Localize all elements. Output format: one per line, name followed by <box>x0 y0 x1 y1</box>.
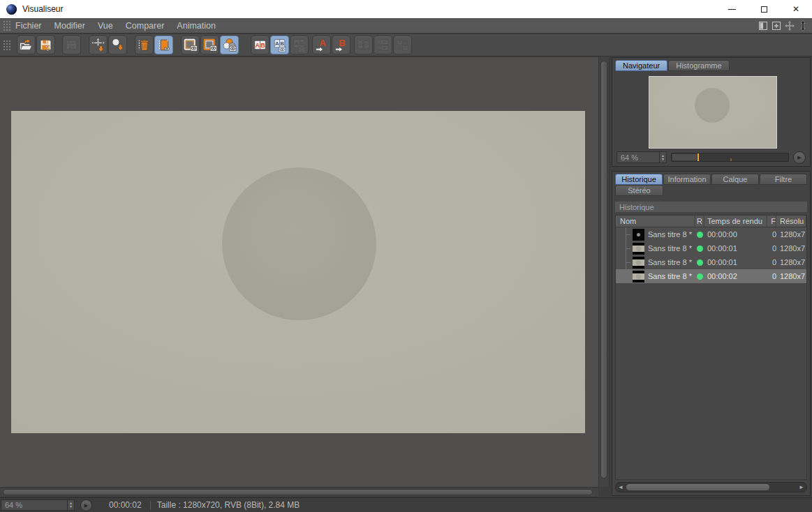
column-header-r[interactable]: R <box>695 216 704 227</box>
history-row[interactable]: Sans titre 8 * 00:00:01 0 1280x7 <box>616 255 806 269</box>
show-image-frame-a-button[interactable] <box>181 36 200 54</box>
menu-modifier[interactable]: Modifier <box>54 21 85 31</box>
ab-eye-disabled-icon: A B <box>292 38 307 52</box>
tab-information[interactable]: Information <box>663 174 711 185</box>
compare-swap-button[interactable]: A B <box>393 36 412 54</box>
render-time: 00:00:01 <box>704 255 767 269</box>
status-zoom-stepper[interactable]: ▴ ▾ <box>67 499 75 511</box>
svg-text:A: A <box>398 39 401 44</box>
tree-branch <box>626 227 631 241</box>
image-viewport[interactable] <box>0 57 598 487</box>
status-divider <box>150 501 151 510</box>
navigator-zoom-slider[interactable] <box>671 153 789 162</box>
column-header-temps[interactable]: Temps de rendu <box>704 216 767 227</box>
menu-comparer[interactable]: Comparer <box>126 21 165 31</box>
toolbar-grip-icon[interactable] <box>3 40 11 51</box>
svg-text:D: D <box>364 41 368 47</box>
svg-text:A: A <box>378 40 382 45</box>
tab-stereo[interactable]: Stéréo <box>615 185 663 196</box>
notebook-icon <box>156 38 171 52</box>
history-scroll-thumb[interactable] <box>626 483 770 491</box>
close-button[interactable]: ✕ <box>780 0 812 18</box>
status-zoom-input[interactable]: 64 % <box>1 499 68 511</box>
delete-image-button[interactable] <box>135 36 154 54</box>
ab-box-icon: A B <box>253 38 267 52</box>
set-b-icon: B <box>334 38 348 52</box>
tree-branch <box>626 255 631 269</box>
new-panel-icon[interactable] <box>771 20 782 31</box>
resize-panel-icon[interactable] <box>797 20 809 31</box>
stacked-icon: A B <box>376 38 390 52</box>
svg-text:B: B <box>378 45 382 50</box>
app-icon <box>6 4 17 15</box>
open-folder-icon <box>19 38 34 52</box>
menu-animation[interactable]: Animation <box>177 21 216 31</box>
svg-text:A: A <box>295 40 299 47</box>
viewport-vertical-scrollbar[interactable] <box>598 57 610 487</box>
viewport-horizontal-scrollbar[interactable] <box>0 487 598 497</box>
close-icon: ✕ <box>792 5 799 13</box>
set-as-a-button[interactable]: A <box>312 36 331 54</box>
show-multipass-button[interactable] <box>220 36 239 54</box>
tab-calque[interactable]: Calque <box>711 174 759 185</box>
render-name: Sans titre 8 * <box>648 258 692 266</box>
navigator-zoom-stepper[interactable]: ▴ ▾ <box>659 151 667 163</box>
menu-fichier[interactable]: Fichier <box>15 21 42 31</box>
navigator-preview[interactable] <box>649 76 777 149</box>
compare-stacked-button[interactable]: A B <box>374 36 392 54</box>
pan-image-button[interactable] <box>89 36 108 54</box>
minimize-icon <box>728 9 736 10</box>
navigator-play-button[interactable]: ▶ <box>793 151 806 164</box>
minimize-button[interactable] <box>716 0 748 18</box>
scroll-left-icon[interactable]: ◄ <box>616 483 626 492</box>
history-row[interactable]: Sans titre 8 * 00:00:00 0 1280x7 <box>616 227 806 241</box>
history-horizontal-scrollbar[interactable]: ◄ ► <box>615 482 807 492</box>
show-image-frame-b-button[interactable] <box>200 36 219 54</box>
scroll-right-icon[interactable]: ► <box>797 483 806 492</box>
play-icon: ▶ <box>797 155 801 160</box>
tab-histogramme[interactable]: Histogramme <box>668 60 729 71</box>
save-floppy-icon: ? <box>38 38 53 52</box>
column-header-nom[interactable]: Nom <box>616 216 695 227</box>
tab-navigateur[interactable]: Navigateur <box>615 60 667 71</box>
move-panel-icon[interactable] <box>784 20 795 31</box>
status-play-button[interactable]: ▶ <box>80 499 92 511</box>
compare-side-by-side-button[interactable]: A D <box>354 36 373 54</box>
open-file-button[interactable] <box>17 36 36 54</box>
status-image-info: Taille : 1280x720, RVB (8Bit), 2.84 MB <box>157 500 300 510</box>
svg-text:B: B <box>404 45 407 50</box>
render-settings-button[interactable]: 2x <box>62 36 81 54</box>
history-row[interactable]: Sans titre 8 * 00:00:01 0 1280x7 <box>616 241 806 255</box>
render-time: 00:00:01 <box>704 241 767 255</box>
column-header-f[interactable]: F <box>767 216 776 227</box>
navigator-zoom-input[interactable]: 64 % <box>617 151 660 163</box>
render-status-icon <box>697 273 703 280</box>
navigator-zoom-row: 64 % ▴ ▾ ▶ <box>617 151 806 163</box>
dock-panel-icon[interactable] <box>758 20 769 31</box>
history-scroll-track[interactable] <box>626 483 797 492</box>
save-file-button[interactable]: ? <box>36 36 55 54</box>
history-row-selected[interactable]: Sans titre 8 * 00:00:02 0 1280x7 <box>616 269 806 283</box>
compare-ab-view-button[interactable]: A B <box>270 36 289 54</box>
svg-text:B: B <box>280 40 284 47</box>
horizontal-scrollbar-thumb[interactable] <box>3 489 593 495</box>
keep-image-button[interactable] <box>154 36 173 54</box>
zoom-slider-marker[interactable] <box>697 153 699 161</box>
compare-ab-alt-button[interactable]: A B <box>290 36 309 54</box>
maximize-button[interactable] <box>748 0 780 18</box>
frame-eye-white-icon <box>183 38 198 52</box>
render-frame: 0 <box>767 241 776 255</box>
menu-vue[interactable]: Vue <box>98 21 113 31</box>
tab-filtre[interactable]: Filtre <box>760 174 807 185</box>
history-table: Nom R Temps de rendu F Résolu Sans titre… <box>615 215 807 480</box>
navigate-image-button[interactable] <box>108 36 127 54</box>
set-as-b-button[interactable]: B <box>332 36 350 54</box>
compare-ab-button[interactable]: A B <box>251 36 270 54</box>
stepper-down-icon: ▾ <box>662 158 664 161</box>
circles-eye-icon <box>222 38 237 52</box>
vertical-scrollbar-thumb[interactable] <box>600 61 607 479</box>
render-name: Sans titre 8 * <box>648 272 692 280</box>
tab-historique[interactable]: Historique <box>615 174 663 185</box>
column-header-resolution[interactable]: Résolu <box>776 216 806 227</box>
menubar-grip-icon[interactable] <box>3 20 11 31</box>
